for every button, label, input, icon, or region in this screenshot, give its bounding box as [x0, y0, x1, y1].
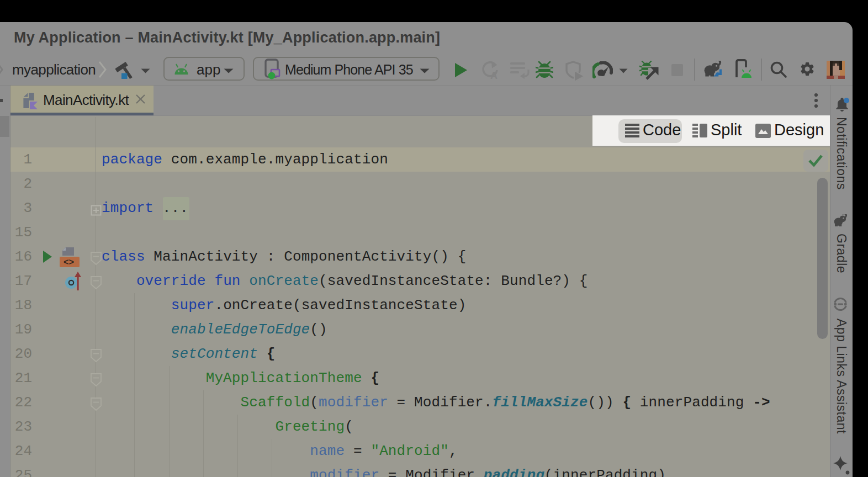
svg-text:A: A — [490, 70, 497, 80]
svg-text:<>: <> — [63, 258, 74, 268]
